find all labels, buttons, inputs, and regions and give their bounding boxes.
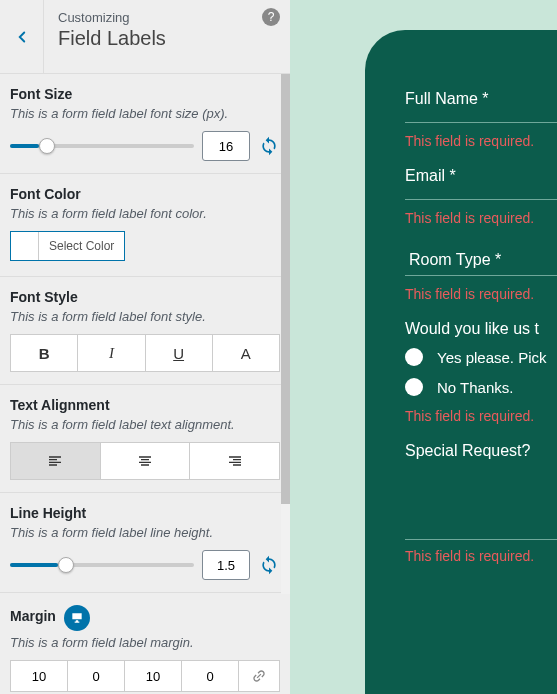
field-special-request: Special Request? xyxy=(405,442,557,540)
section-font-color: Font Color This is a form field label fo… xyxy=(0,174,290,277)
field-pickup: Would you like us t Yes please. Pick No … xyxy=(405,320,557,396)
controls-scroll[interactable]: Font Size This is a form field label fon… xyxy=(0,74,290,694)
text-align-title: Text Alignment xyxy=(10,397,280,413)
radio-icon xyxy=(405,378,423,396)
font-style-group: B I U A xyxy=(10,334,280,372)
device-toggle[interactable] xyxy=(64,605,90,631)
italic-button[interactable]: I xyxy=(78,335,145,371)
radio-option-no[interactable]: No Thanks. xyxy=(405,378,557,396)
margin-left-input[interactable] xyxy=(182,661,238,691)
page-title: Field Labels xyxy=(58,27,276,50)
color-swatch xyxy=(11,232,39,260)
font-style-desc: This is a form field label font style. xyxy=(10,309,280,324)
section-line-height: Line Height This is a form field label l… xyxy=(0,493,290,593)
margin-top-input[interactable] xyxy=(11,661,67,691)
font-size-input[interactable] xyxy=(202,131,250,161)
align-left-icon xyxy=(47,453,63,469)
color-picker-label: Select Color xyxy=(39,239,124,253)
textarea-input[interactable] xyxy=(405,460,557,540)
align-right-button[interactable] xyxy=(190,443,279,479)
field-label: Full Name * xyxy=(405,90,557,108)
section-margin: Margin This is a form field label margin… xyxy=(0,593,290,694)
field-full-name: Full Name * xyxy=(405,90,557,123)
margin-desc: This is a form field label margin. xyxy=(10,635,280,650)
font-size-title: Font Size xyxy=(10,86,280,102)
radio-option-yes[interactable]: Yes please. Pick xyxy=(405,348,557,366)
field-label: Would you like us t xyxy=(405,320,557,338)
section-font-style: Font Style This is a form field label fo… xyxy=(0,277,290,385)
text-input[interactable] xyxy=(405,199,557,200)
bold-button[interactable]: B xyxy=(11,335,78,371)
sidebar-scrollbar[interactable] xyxy=(281,74,290,594)
radio-label: Yes please. Pick xyxy=(437,349,547,366)
font-style-title: Font Style xyxy=(10,289,280,305)
field-room-type: Room Type * xyxy=(405,244,557,276)
required-message: This field is required. xyxy=(405,408,557,424)
required-message: This field is required. xyxy=(405,548,557,564)
form-card: Full Name * This field is required. Emai… xyxy=(365,30,557,694)
color-picker-button[interactable]: Select Color xyxy=(10,231,125,261)
radio-label: No Thanks. xyxy=(437,379,513,396)
section-text-align: Text Alignment This is a form field labe… xyxy=(0,385,290,493)
line-height-title: Line Height xyxy=(10,505,280,521)
align-center-button[interactable] xyxy=(101,443,191,479)
font-size-desc: This is a form field label font size (px… xyxy=(10,106,280,121)
line-height-input[interactable] xyxy=(202,550,250,580)
section-font-size: Font Size This is a form field label fon… xyxy=(0,74,290,174)
underline-button[interactable]: U xyxy=(146,335,213,371)
line-height-slider[interactable] xyxy=(10,563,194,567)
margin-right-input[interactable] xyxy=(68,661,124,691)
reset-icon[interactable] xyxy=(258,135,280,157)
field-label: Room Type * xyxy=(409,251,501,269)
help-icon[interactable]: ? xyxy=(262,8,280,26)
field-label: Email * xyxy=(405,167,557,185)
text-align-desc: This is a form field label text alignmen… xyxy=(10,417,280,432)
text-align-group xyxy=(10,442,280,480)
line-height-desc: This is a form field label line height. xyxy=(10,525,280,540)
margin-title: Margin xyxy=(10,608,56,624)
margin-bottom-input[interactable] xyxy=(125,661,181,691)
select-input[interactable]: Room Type * xyxy=(405,244,557,276)
reset-icon[interactable] xyxy=(258,554,280,576)
preview-pane: Full Name * This field is required. Emai… xyxy=(290,0,557,694)
text-input[interactable] xyxy=(405,122,557,123)
required-message: This field is required. xyxy=(405,210,557,226)
back-button[interactable] xyxy=(0,0,44,73)
required-message: This field is required. xyxy=(405,286,557,302)
margin-link-toggle[interactable] xyxy=(239,661,279,691)
align-center-icon xyxy=(137,453,153,469)
margin-inputs xyxy=(10,660,280,692)
customizer-header: Customizing Field Labels ? xyxy=(0,0,290,74)
align-left-button[interactable] xyxy=(11,443,101,479)
field-label: Special Request? xyxy=(405,442,557,460)
case-button[interactable]: A xyxy=(213,335,279,371)
font-size-slider[interactable] xyxy=(10,144,194,148)
breadcrumb: Customizing xyxy=(58,10,276,25)
radio-icon xyxy=(405,348,423,366)
required-message: This field is required. xyxy=(405,133,557,149)
desktop-icon xyxy=(70,611,84,625)
font-color-title: Font Color xyxy=(10,186,280,202)
font-color-desc: This is a form field label font color. xyxy=(10,206,280,221)
align-right-icon xyxy=(227,453,243,469)
customizer-sidebar: Customizing Field Labels ? Font Size Thi… xyxy=(0,0,290,694)
field-email: Email * xyxy=(405,167,557,200)
unlink-icon xyxy=(251,668,267,684)
